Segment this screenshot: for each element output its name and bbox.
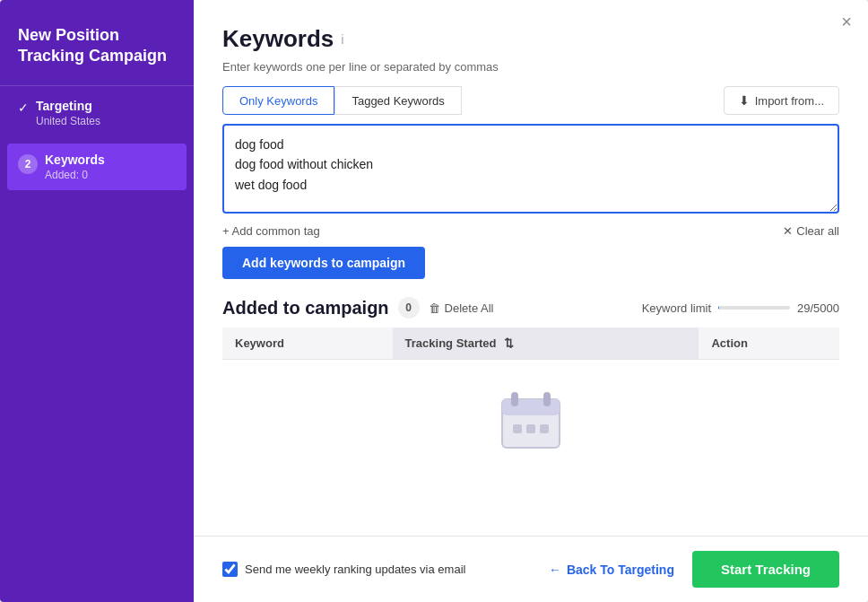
svg-rect-1 <box>502 399 560 415</box>
svg-rect-4 <box>513 424 522 433</box>
add-tag-button[interactable]: + Add common tag <box>222 224 320 238</box>
add-keywords-button[interactable]: Add keywords to campaign <box>222 247 425 279</box>
sort-icon[interactable]: ⇅ <box>504 336 514 350</box>
delete-all-button[interactable]: 🗑 Delete All <box>429 301 494 315</box>
empty-state <box>222 360 839 467</box>
delete-all-label: Delete All <box>445 301 494 315</box>
subtitle: Enter keywords one per line or separated… <box>222 60 839 74</box>
back-arrow-icon: ← <box>549 563 561 577</box>
keyword-limit: Keyword limit 29/5000 <box>642 301 839 315</box>
col-action: Action <box>699 327 839 360</box>
email-checkbox[interactable] <box>222 562 238 577</box>
keyword-limit-value: 29/5000 <box>797 301 839 315</box>
svg-rect-6 <box>540 424 549 433</box>
sidebar: New Position Tracking Campaign ✓ Targeti… <box>0 0 194 602</box>
calendar-icon <box>495 387 567 458</box>
trash-icon: 🗑 <box>429 301 440 315</box>
info-icon[interactable]: i <box>341 31 343 47</box>
page-title: Keywords <box>222 25 334 53</box>
col-keyword: Keyword <box>222 327 393 360</box>
added-title: Added to campaign <box>222 298 389 318</box>
targeting-sub: United States <box>36 115 100 127</box>
keywords-textarea[interactable]: dog food dog food without chicken wet do… <box>222 124 839 214</box>
footer: Send me weekly ranking updates via email… <box>194 536 868 602</box>
email-checkbox-row: Send me weekly ranking updates via email <box>222 562 465 577</box>
back-button[interactable]: ← Back To Targeting <box>549 563 674 577</box>
clear-all-button[interactable]: ✕ Clear all <box>783 224 839 238</box>
col-tracking: Tracking Started ⇅ <box>393 327 699 360</box>
sidebar-item-targeting[interactable]: ✓ Targeting United States <box>0 86 194 140</box>
sidebar-title: New Position Tracking Campaign <box>0 0 194 86</box>
modal: New Position Tracking Campaign ✓ Targeti… <box>0 0 868 602</box>
import-label: Import from... <box>755 94 824 108</box>
close-button[interactable]: × <box>841 13 852 31</box>
import-button[interactable]: ⬇ Import from... <box>724 86 839 115</box>
footer-right: ← Back To Targeting Start Tracking <box>549 551 839 588</box>
clear-label: Clear all <box>796 224 839 238</box>
check-icon: ✓ <box>18 100 29 115</box>
step-num-2: 2 <box>18 154 38 174</box>
tab-only-keywords[interactable]: Only Keywords <box>222 86 334 115</box>
keywords-sub: Added: 0 <box>45 169 105 181</box>
targeting-label: Targeting <box>36 99 100 113</box>
main-content: × Keywords i Enter keywords one per line… <box>194 0 868 602</box>
tracking-label: Tracking Started <box>405 336 497 350</box>
tag-clear-row: + Add common tag ✕ Clear all <box>222 224 839 238</box>
clear-icon: ✕ <box>783 224 793 238</box>
import-icon: ⬇ <box>739 93 750 108</box>
tabs-row: Only Keywords Tagged Keywords ⬇ Import f… <box>222 86 839 115</box>
keywords-label: Keywords <box>45 153 105 167</box>
limit-bar <box>718 306 790 310</box>
sidebar-item-keywords[interactable]: 2 Keywords Added: 0 <box>7 144 187 190</box>
svg-rect-2 <box>511 392 518 406</box>
svg-rect-3 <box>543 392 551 406</box>
email-label[interactable]: Send me weekly ranking updates via email <box>245 563 465 576</box>
back-label: Back To Targeting <box>567 563 674 577</box>
main-inner: Keywords i Enter keywords one per line o… <box>194 0 868 536</box>
page-title-row: Keywords i <box>222 25 839 53</box>
start-tracking-button[interactable]: Start Tracking <box>692 551 839 588</box>
added-section-header: Added to campaign 0 🗑 Delete All Keyword… <box>222 297 839 318</box>
keyword-limit-label: Keyword limit <box>642 301 711 315</box>
keywords-table: Keyword Tracking Started ⇅ Action <box>222 327 839 360</box>
svg-rect-5 <box>526 424 535 433</box>
added-badge: 0 <box>398 297 420 318</box>
tab-tagged-keywords[interactable]: Tagged Keywords <box>334 86 461 115</box>
